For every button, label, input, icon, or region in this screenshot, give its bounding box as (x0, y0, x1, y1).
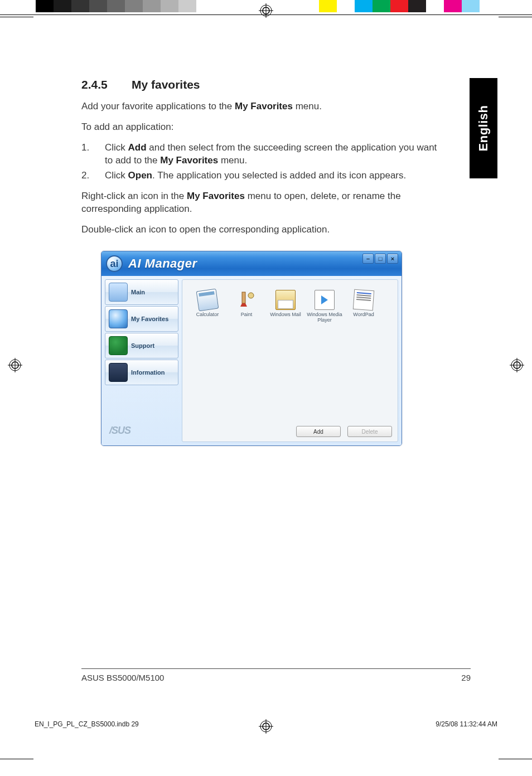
main-icon (109, 283, 128, 302)
app-shortcut-paint[interactable]: Paint (227, 290, 266, 323)
app-logo-icon: ai (106, 255, 123, 272)
imprint-date: 9/25/08 11:32:44 AM (436, 720, 497, 728)
registration-mark-icon (510, 358, 524, 372)
support-icon (109, 336, 128, 355)
app-label: Windows Mail (270, 312, 301, 318)
subhead: To add an application: (81, 121, 446, 134)
sidebar: Main My Favorites Support Information /S… (105, 279, 178, 442)
section-title: My favorites (132, 78, 200, 91)
sidebar-item-main[interactable]: Main (105, 279, 178, 305)
window-titlebar[interactable]: ai AI Manager – □ × (101, 251, 402, 276)
crop-tick (499, 17, 532, 17)
content-pane: Calculator Paint Windows Mail W (182, 279, 398, 442)
media-player-icon (315, 290, 335, 310)
mail-icon (275, 290, 296, 310)
delete-button[interactable]: Delete (347, 426, 392, 437)
sidebar-item-support[interactable]: Support (105, 333, 178, 358)
paint-icon (236, 290, 257, 310)
sidebar-item-label: Support (131, 342, 154, 349)
add-button[interactable]: Add (296, 426, 341, 437)
favorites-icon (109, 309, 128, 328)
app-label: Paint (241, 312, 253, 318)
app-label: WordPad (353, 312, 374, 318)
button-bar: Add Delete (296, 426, 392, 437)
minimize-button[interactable]: – (362, 254, 374, 264)
maximize-button[interactable]: □ (375, 254, 386, 264)
language-label: English (476, 105, 491, 152)
section-heading: 2.4.5My favorites (81, 78, 446, 91)
app-shortcut-windows-mail[interactable]: Windows Mail (266, 290, 305, 323)
crop-tick (0, 17, 33, 17)
close-button[interactable]: × (387, 254, 398, 264)
doubleclick-paragraph: Double-click an icon to open the corresp… (81, 224, 446, 236)
step-item: 2. Click Open. The application you selec… (81, 169, 446, 182)
page-content: 2.4.5My favorites Add your favorite appl… (81, 78, 446, 244)
sidebar-item-label: Main (131, 289, 145, 295)
calculator-icon (196, 289, 219, 312)
rightclick-paragraph: Right-click an icon in the My Favorites … (81, 190, 446, 216)
footer-line: ASUS BS5000/M5100 29 (81, 673, 471, 682)
crop-tick (499, 759, 532, 759)
print-imprint: EN_I_PG_PL_CZ_BS5000.indb 29 9/25/08 11:… (35, 720, 497, 728)
page-number: 29 (461, 673, 471, 682)
app-label: Windows Media Player (305, 312, 344, 323)
registration-mark-icon (259, 3, 273, 18)
section-number: 2.4.5 (81, 78, 132, 91)
window-title: AI Manager (128, 256, 197, 271)
imprint-file: EN_I_PG_PL_CZ_BS5000.indb 29 (35, 720, 139, 728)
sidebar-item-label: Information (131, 369, 165, 376)
wordpad-icon (353, 289, 374, 311)
window-controls: – □ × (362, 254, 398, 264)
favorites-icon-row: Calculator Paint Windows Mail W (182, 280, 398, 329)
app-shortcut-wordpad[interactable]: WordPad (344, 290, 383, 323)
ai-manager-window: ai AI Manager – □ × Main My Favorites (101, 251, 402, 446)
information-icon (109, 363, 128, 382)
registration-mark-icon (8, 358, 22, 372)
app-shortcut-calculator[interactable]: Calculator (188, 290, 227, 323)
intro-paragraph: Add your favorite applications to the My… (81, 100, 446, 113)
app-shortcut-wmp[interactable]: Windows Media Player (305, 290, 344, 323)
app-label: Calculator (196, 312, 219, 318)
sidebar-item-favorites[interactable]: My Favorites (105, 306, 178, 332)
step-item: 1. Click Add and then select from the su… (81, 142, 446, 167)
sidebar-item-label: My Favorites (131, 316, 168, 322)
gray-swatches (36, 0, 214, 12)
color-swatches (319, 0, 497, 12)
footer-rule (81, 668, 471, 669)
window-body: Main My Favorites Support Information /S… (101, 276, 402, 445)
steps-list: 1. Click Add and then select from the su… (81, 142, 446, 182)
svg-point-17 (248, 293, 254, 298)
language-tab: English (470, 78, 497, 178)
svg-rect-16 (242, 292, 245, 303)
asus-logo: /SUS (105, 421, 178, 442)
crop-tick (0, 759, 33, 759)
sidebar-item-information[interactable]: Information (105, 360, 178, 385)
footer-product: ASUS BS5000/M5100 (81, 673, 164, 682)
